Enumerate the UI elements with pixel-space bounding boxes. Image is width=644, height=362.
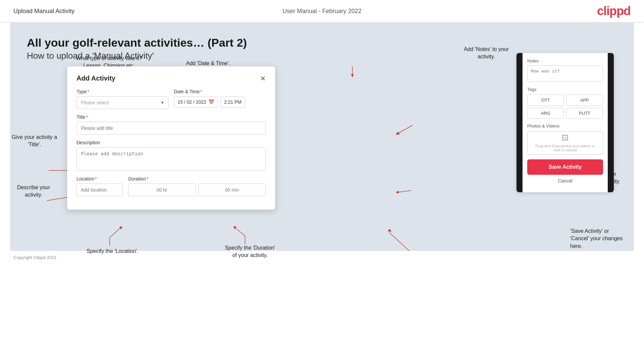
svg-line-22: [389, 232, 409, 251]
photo-upload-text: Drag and Drop photos and videos or click…: [535, 144, 595, 152]
photo-upload-area[interactable]: 🖼 Drag and Drop photos and videos or cli…: [527, 131, 603, 155]
row-location-duration: Location* Duration*: [77, 176, 266, 196]
description-group: Description: [77, 140, 266, 171]
add-activity-modal: Add Activity ✕ Type* Please select Date …: [67, 66, 275, 210]
row-title: Title*: [77, 114, 266, 135]
datetime-inputs: 15 / 02 / 2022 📅 2:21 PM: [174, 96, 266, 108]
location-group: Location*: [77, 176, 123, 196]
annotation-location: Specify the 'Location'.: [79, 248, 146, 255]
svg-line-11: [110, 227, 121, 238]
tag-putt[interactable]: PUTT: [566, 108, 603, 119]
svg-marker-15: [233, 226, 237, 229]
annotation-title: Give your activity a 'Title'.: [10, 134, 59, 149]
phone-right-bar: [608, 53, 614, 192]
top-bar: Upload Manual Activity User Manual - Feb…: [0, 0, 644, 23]
svg-line-18: [398, 125, 413, 134]
tags-label: Tags: [527, 87, 603, 92]
duration-label: Duration*: [128, 176, 266, 182]
duration-inputs: [128, 184, 266, 196]
manual-label: User Manual - February 2022: [283, 8, 361, 15]
photo-icon: 🖼: [561, 134, 569, 143]
title-group: Title*: [77, 114, 266, 135]
type-select-wrapper: Please select: [77, 96, 168, 109]
row-type-datetime: Type* Please select Date & Time* 15 / 02…: [77, 89, 266, 109]
modal-header: Add Activity ✕: [77, 74, 266, 82]
type-group: Type* Please select: [77, 89, 168, 109]
tag-ott[interactable]: OTT: [527, 95, 564, 106]
close-button[interactable]: ✕: [260, 75, 266, 82]
annotation-duration: Specify the 'Duration' of your activity.: [211, 244, 289, 259]
tags-grid: OTT APP ARG PUTT: [527, 95, 603, 119]
save-activity-button[interactable]: Save Activity: [527, 159, 603, 175]
duration-min-input[interactable]: [198, 184, 266, 196]
phone-inner: Notes Tags OTT APP ARG PUTT Photos & Vid…: [523, 53, 608, 192]
type-select[interactable]: Please select: [77, 96, 168, 109]
description-input[interactable]: [77, 147, 266, 171]
logo: clippd: [597, 4, 631, 18]
svg-marker-19: [396, 132, 400, 135]
svg-line-14: [235, 227, 245, 236]
annotation-notes: Add 'Notes' to your activity.: [453, 46, 520, 61]
annotation-description: Describe your activity.: [12, 184, 55, 199]
title-input[interactable]: [77, 122, 266, 135]
notes-label: Notes: [527, 58, 603, 63]
date-value: 15 / 02 / 2022: [178, 99, 206, 105]
phone-panel: Notes Tags OTT APP ARG PUTT Photos & Vid…: [516, 53, 614, 192]
time-input[interactable]: 2:21 PM: [220, 96, 245, 108]
description-label: Description: [77, 140, 266, 145]
svg-marker-21: [396, 191, 399, 194]
calendar-icon: 📅: [208, 99, 214, 105]
duration-group: Duration*: [128, 176, 266, 196]
datetime-group: Date & Time* 15 / 02 / 2022 📅 2:21 PM: [174, 89, 266, 109]
datetime-label: Date & Time*: [174, 89, 266, 94]
svg-marker-23: [388, 229, 391, 232]
tag-app[interactable]: APP: [566, 95, 603, 106]
type-label: Type*: [77, 89, 168, 94]
phone-left-bar: [516, 53, 523, 192]
svg-line-20: [398, 191, 411, 192]
location-label: Location*: [77, 176, 123, 182]
duration-hr-input[interactable]: [128, 184, 196, 196]
location-input[interactable]: [77, 184, 123, 196]
annotation-save-cancel: 'Save Activity' or 'Cancel' your changes…: [570, 227, 644, 250]
tag-arg[interactable]: ARG: [527, 108, 564, 119]
title-label: Title*: [77, 114, 266, 120]
page-title: All your golf-relevant activities… (Part…: [27, 36, 617, 49]
photos-label: Photos & Videos: [527, 123, 603, 128]
date-input[interactable]: 15 / 02 / 2022 📅: [174, 96, 218, 108]
copyright-text: Copyright Clippd 2021: [13, 255, 57, 260]
row-description: Description: [77, 140, 266, 171]
main-content: All your golf-relevant activities… (Part…: [10, 23, 634, 251]
notes-input[interactable]: [527, 65, 603, 82]
svg-marker-12: [119, 226, 122, 229]
modal-title: Add Activity: [77, 74, 115, 82]
svg-marker-17: [351, 74, 354, 77]
page-label: Upload Manual Activity: [13, 8, 75, 15]
cancel-link[interactable]: Cancel: [527, 178, 603, 187]
